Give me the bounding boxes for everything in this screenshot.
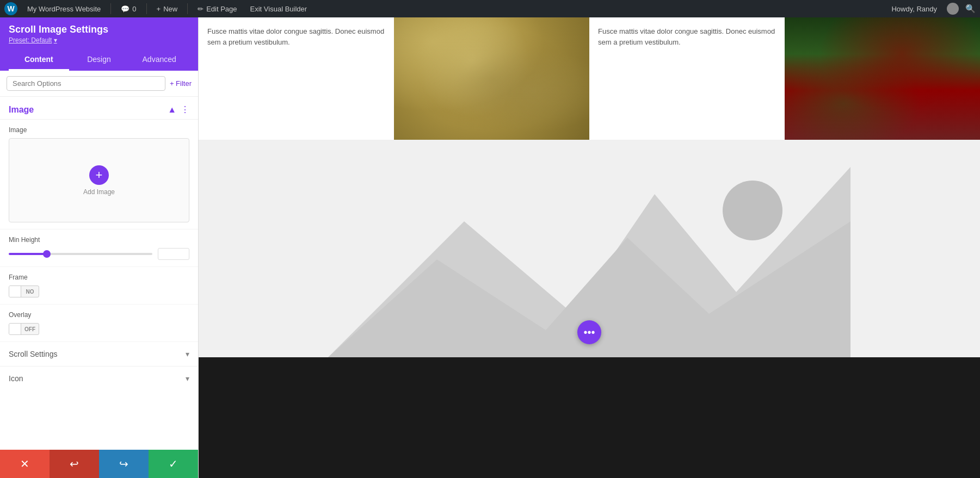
search-bar: + Filter — [0, 71, 198, 97]
min-height-field-group: Min Height 450px — [0, 229, 198, 267]
overlay-toggle-row: OFF — [9, 323, 189, 335]
min-height-label: Min Height — [9, 236, 189, 244]
frame-field-group: Frame NO — [0, 267, 198, 305]
save-icon: ✓ — [169, 457, 178, 470]
plant-image — [785, 17, 980, 140]
bar-separator-3 — [187, 3, 188, 14]
sidebar-tabs: Content Design Advanced — [9, 49, 189, 71]
content-grid: Fusce mattis vitae dolor congue sagittis… — [199, 17, 980, 140]
frame-toggle-knob — [9, 285, 21, 297]
svg-point-1 — [723, 181, 782, 240]
bar-separator-1 — [110, 3, 111, 14]
comments-link[interactable]: 💬 0 — [118, 5, 139, 13]
frame-toggle-label: NO — [21, 289, 39, 295]
main-area: Scroll Image Settings Preset: Default ▾ … — [0, 17, 980, 478]
exit-builder-label: Exit Visual Builder — [250, 5, 307, 13]
site-name-link[interactable]: My WordPress Website — [24, 5, 104, 13]
wordpress-logo[interactable]: W — [4, 2, 17, 15]
icon-section-title: Icon — [9, 374, 23, 383]
content-card-img-potato — [394, 17, 589, 140]
sidebar-content: Image ▲ ⋮ Image + Add Image Min Height — [0, 97, 198, 450]
image-section-header: Image ▲ ⋮ — [0, 97, 198, 120]
content-card-img-plant — [785, 17, 980, 140]
admin-bar: W My WordPress Website 💬 0 + New ✏ Edit … — [0, 0, 980, 17]
image-more-button[interactable]: ⋮ — [181, 104, 189, 115]
save-button[interactable]: ✓ — [149, 450, 198, 478]
image-section-title: Image — [9, 105, 34, 115]
sidebar: Scroll Image Settings Preset: Default ▾ … — [0, 17, 199, 478]
sidebar-header: Scroll Image Settings Preset: Default ▾ … — [0, 17, 198, 71]
overlay-label: Overlay — [9, 311, 189, 319]
pencil-icon: ✏ — [198, 5, 204, 13]
new-label: New — [163, 5, 177, 13]
search-input[interactable] — [7, 76, 165, 91]
cancel-icon: ✕ — [20, 457, 29, 470]
cancel-button[interactable]: ✕ — [0, 450, 50, 478]
image-collapse-button[interactable]: ▲ — [168, 105, 176, 115]
add-image-button[interactable]: + — [89, 165, 109, 185]
edit-page-link[interactable]: ✏ Edit Page — [194, 5, 240, 13]
comment-icon: 💬 — [121, 5, 130, 13]
potato-image — [394, 17, 589, 140]
redo-icon: ↪ — [119, 457, 128, 470]
scroll-settings-chevron: ▾ — [186, 350, 189, 358]
image-field-label: Image — [9, 126, 189, 134]
min-height-range-row: 450px — [9, 248, 189, 260]
plus-icon: + — [157, 5, 161, 13]
overlay-toggle[interactable]: OFF — [9, 323, 39, 335]
card-text-2: Fusce mattis vitae dolor congue sagittis… — [598, 26, 776, 47]
preset-dropdown-icon: ▾ — [54, 36, 57, 44]
site-name-text: My WordPress Website — [27, 5, 101, 13]
bar-separator-2 — [146, 3, 147, 14]
new-link[interactable]: + New — [153, 5, 181, 13]
search-icon[interactable]: 🔍 — [965, 4, 976, 14]
scroll-settings-section[interactable]: Scroll Settings ▾ — [0, 342, 198, 367]
tab-content[interactable]: Content — [9, 49, 69, 71]
scroll-settings-title: Scroll Settings — [9, 350, 57, 358]
filter-label: + Filter — [170, 79, 192, 88]
canvas-area: Fusce mattis vitae dolor congue sagittis… — [199, 17, 980, 478]
frame-toggle-row: NO — [9, 285, 189, 297]
tab-design-label: Design — [87, 55, 111, 64]
tab-advanced-label: Advanced — [143, 55, 176, 64]
user-avatar[interactable] — [947, 3, 959, 15]
min-height-value[interactable]: 450px — [158, 248, 189, 260]
tab-advanced[interactable]: Advanced — [129, 49, 189, 71]
overlay-toggle-label: OFF — [21, 326, 39, 332]
frame-toggle[interactable]: NO — [9, 285, 39, 297]
undo-icon: ↩ — [70, 457, 79, 470]
content-card-1: Fusce mattis vitae dolor congue sagittis… — [199, 17, 394, 140]
content-card-2: Fusce mattis vitae dolor congue sagittis… — [589, 17, 785, 140]
overlay-toggle-knob — [9, 323, 21, 335]
float-btn-icon: ••• — [583, 326, 595, 339]
icon-section[interactable]: Icon ▾ — [0, 367, 198, 390]
undo-button[interactable]: ↩ — [50, 450, 99, 478]
exit-builder-link[interactable]: Exit Visual Builder — [247, 5, 311, 13]
preset-label-text: Preset: Default — [9, 36, 52, 44]
image-upload-area[interactable]: + Add Image — [9, 138, 189, 222]
card-text-1: Fusce mattis vitae dolor congue sagittis… — [207, 26, 385, 47]
frame-label: Frame — [9, 274, 189, 281]
tab-content-label: Content — [24, 55, 53, 64]
preset-label[interactable]: Preset: Default ▾ — [9, 36, 189, 44]
module-title: Scroll Image Settings — [9, 24, 189, 35]
min-height-slider[interactable] — [9, 253, 152, 255]
float-action-button[interactable]: ••• — [577, 320, 601, 344]
overlay-field-group: Overlay OFF — [0, 305, 198, 342]
redo-button[interactable]: ↪ — [99, 450, 149, 478]
edit-page-label: Edit Page — [206, 5, 237, 13]
add-image-label: Add Image — [83, 188, 115, 196]
filter-button[interactable]: + Filter — [170, 79, 192, 88]
icon-section-chevron: ▾ — [186, 374, 189, 383]
bottom-action-bar: ✕ ↩ ↪ ✓ — [0, 450, 198, 478]
comment-count: 0 — [132, 5, 136, 13]
tab-design[interactable]: Design — [69, 49, 130, 71]
image-placeholder-wrapper: ••• — [199, 140, 980, 357]
image-section-controls: ▲ ⋮ — [168, 104, 189, 115]
image-field-group: Image + Add Image — [0, 120, 198, 229]
howdy-text: Howdy, Randy — [891, 5, 937, 13]
